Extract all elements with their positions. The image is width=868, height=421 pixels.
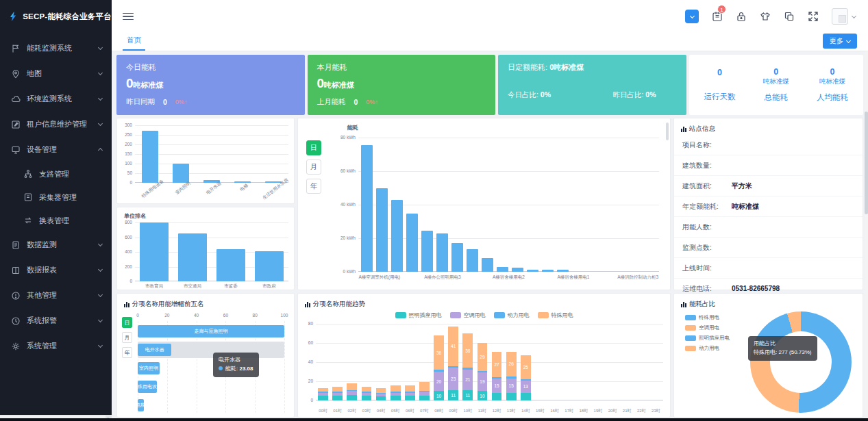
x-label-slot: 生活饮用水泵房 [258,185,289,191]
bar [451,243,463,272]
stat-total-energy: 0 吨标准煤 总能耗 [752,67,800,103]
chevron-down-icon [98,318,103,322]
user-menu[interactable] [832,8,856,25]
sidebar-item-8[interactable]: 系统报警 [0,308,112,333]
x-tick-label: 15时 [536,409,545,413]
bar: 电开水器 [138,344,171,356]
bar-slot [135,125,166,183]
stack-segment: 15 [492,379,502,393]
sidebar-item-7[interactable]: 其他管理 [0,283,112,308]
x-tick-label: 11时 [478,409,486,413]
sidebar-subitem-4-2[interactable]: 换表管理 [0,209,112,232]
more-button-label: 更多 [830,36,843,46]
stack-segment: 15 [506,379,517,393]
legend-item[interactable]: 空调用电 [450,311,486,319]
panel-title: 分项名称用能增幅前五名 [117,294,294,310]
sidebar-item-3[interactable]: 租户信息维护管理 [0,112,112,137]
x-label-slot: 21时 [620,403,634,415]
message-icon[interactable]: 1 [712,11,723,22]
donut-ring [750,311,852,413]
chevron-down-icon [98,242,103,246]
stack-slot: 112341 [446,324,460,400]
legend-item[interactable]: 特殊用电 [538,311,573,319]
bar-slot [173,222,212,281]
legend-item[interactable]: 动力用电 [494,311,530,319]
x-tick-label: 60 [223,313,228,318]
segment-value: 36 [465,348,470,353]
rank-top5-chart: 300250200150100500特殊用电设备室内照明电开水器电梯生活饮用水泵… [116,118,295,204]
bar-label: 电梯 [136,402,145,409]
page-scrollbar[interactable] [865,51,868,418]
month-energy-card: 本月能耗 0吨标准煤 上月能耗00%↑ [308,55,496,115]
scrollbar-thumb[interactable] [865,112,868,214]
x-tick-label: 10时 [463,409,472,413]
chart-plot: 300250200150100500 [135,125,288,183]
sidebar-item-4[interactable]: 设备管理 [0,137,112,162]
stack-slot [345,324,359,400]
bar-label: 电开水器 [145,346,164,353]
legend-label: 动力用电 [508,311,530,319]
sidebar-item-2[interactable]: 环境监测系统 [0,86,112,112]
sidebar-item-6[interactable]: 数据报表 [0,257,112,283]
energy-share-donut: 能耗占比 用能占比 特殊用电: 277 (50.73%) 特殊用电空调用电照明插… [673,293,863,418]
sidebar-item-5[interactable]: 数据监测 [0,232,112,257]
avatar[interactable] [832,8,848,25]
charts-row-1: 300250200150100500特殊用电设备室内照明电开水器电梯生活饮用水泵… [116,118,863,290]
legend-item[interactable]: 照明插座用电 [685,335,730,342]
sidebar-item-label: 环境监测系统 [27,94,99,104]
cloud-icon [11,94,21,104]
x-tick-label: 00时 [319,409,327,413]
lock-icon[interactable] [736,11,747,22]
legend-item[interactable]: 照明插座用电 [395,311,442,319]
menu-collapse-icon[interactable] [123,11,134,23]
legend-label: 特殊用电 [699,314,719,321]
x-label-slot: 03时 [359,403,373,415]
bar [255,251,284,281]
more-button[interactable]: 更多 [823,34,857,49]
x-label-slot: 市政府 [250,283,288,290]
month-button[interactable]: 月 [306,160,321,175]
gridline [358,171,659,172]
unit-ranking-chart: 单位排名 8006004002000市教育局市交通局市监委市政府 [116,207,295,290]
segment-value: 15 [509,383,514,388]
x-label-slot: 11时 [475,403,489,415]
year-button[interactable]: 年 [122,347,132,358]
segment-value: 15 [494,383,499,388]
theme-shirt-icon[interactable] [760,11,771,22]
tab-home[interactable]: 首页 [123,36,145,51]
bar [467,249,478,272]
bar [178,233,207,281]
legend-item[interactable]: 空调用电 [685,324,730,331]
legend-item[interactable]: 特殊用电 [685,314,730,321]
sidebar-subitem-4-1[interactable]: 采集器管理 [0,186,112,209]
app-switch-icon[interactable] [685,10,699,23]
year-button[interactable]: 年 [306,179,321,194]
y-tick-label: 80 kWh [330,135,356,140]
sidebar-item-0[interactable]: 能耗监测系统 [0,36,112,61]
site-info-label: 建筑数量: [682,161,732,170]
stack-segment [376,388,386,393]
stack-segment: 36 [434,335,444,370]
x-labels: 市教育局市交通局市监委市政府 [135,283,288,290]
y-tick-label: 60 [301,340,313,345]
fullscreen-icon[interactable] [808,11,819,22]
legend-item[interactable]: 动力用电 [685,345,730,352]
bar-slot [250,222,288,281]
x-tick-label: 06时 [406,409,414,413]
month-button[interactable]: 月 [122,332,132,343]
x-tick-label: 室内照明 [174,181,192,196]
panel-scrollbar[interactable] [666,123,669,140]
y-tick-label: 400 [119,249,132,254]
day-button[interactable]: 日 [306,140,321,155]
stack-slot [547,324,562,400]
windows-copy-icon[interactable] [784,11,795,22]
bar-chart-icon [681,302,686,307]
day-button[interactable]: 日 [122,317,132,328]
legend-swatch [685,335,696,341]
sidebar-item-label: 系统报警 [27,316,99,326]
y-tick-label: 250 [119,132,132,137]
gridline [284,321,285,413]
sidebar-item-9[interactable]: 系统管理 [0,333,112,359]
sidebar-item-1[interactable]: 地图 [0,61,112,86]
sidebar-subitem-4-0[interactable]: 支路管理 [0,162,112,186]
